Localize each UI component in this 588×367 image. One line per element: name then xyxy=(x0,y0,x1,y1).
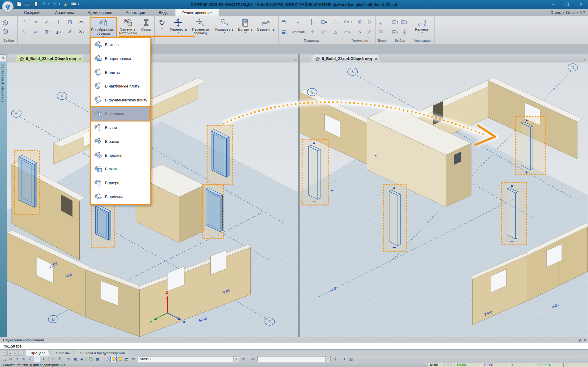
clip-volume-icon[interactable]: ⬙ xyxy=(79,356,85,362)
app-logo[interactable] xyxy=(2,1,14,13)
materials-book-icon[interactable]: ❏ xyxy=(88,356,94,362)
window-menu[interactable]: Окно xyxy=(566,11,575,15)
boolean-intersect2-icon[interactable]: ◐ xyxy=(346,28,354,36)
boolean-union-icon[interactable]: ⬯ xyxy=(365,18,373,26)
select-below-icon[interactable]: ▤↓ xyxy=(392,28,400,36)
rect-overlay-icon[interactable]: ◳ xyxy=(66,18,74,26)
trim-line-icon[interactable]: ⤡ xyxy=(20,28,28,36)
properties-side-strip[interactable]: ✎ Свойства 4 объектов xyxy=(0,54,7,337)
tab-editing[interactable]: Редактирование xyxy=(175,9,219,17)
style-menu[interactable]: Стиль xyxy=(550,11,561,15)
floor-select[interactable]: этаж 0 ▼ xyxy=(138,356,239,362)
tab-errors[interactable]: Ошибки и предупреждения xyxy=(75,350,129,356)
edit-pencil-icon[interactable]: ✎ xyxy=(0,54,7,62)
scissors-icon[interactable]: ✂ xyxy=(78,18,86,26)
refresh-small-icon[interactable]: ⟲ xyxy=(66,356,72,362)
viewport-right-canvas[interactable]: 6 5 D 2002 3200 3600 xyxy=(300,62,588,337)
boolean-intersect-icon[interactable]: ⬭ xyxy=(346,18,354,26)
select-span-icon[interactable]: ▤↕ xyxy=(401,18,409,26)
renumber-icon[interactable]: ⊡A xyxy=(320,18,328,26)
chevron-down-icon[interactable]: ▾ xyxy=(294,58,296,61)
pin-mode-icon[interactable]: ⚲ xyxy=(332,356,338,362)
minimize-button[interactable]: ─ xyxy=(546,0,560,9)
corner-trim-button[interactable]: Угловая▾ xyxy=(294,28,302,36)
menu-item-to-partitions[interactable]: В перегородки xyxy=(91,52,150,66)
chevron-down-icon[interactable]: ▾ xyxy=(577,11,578,14)
menu-item-to-windows[interactable]: В окна xyxy=(91,162,150,176)
curve-cut-icon[interactable]: ⤫ xyxy=(365,28,373,36)
slope-line-icon[interactable]: ⟋▾ xyxy=(331,18,339,26)
close-icon[interactable]: × xyxy=(79,57,82,61)
cross-post-icon[interactable]: ✛ xyxy=(308,28,316,36)
tab-annotations[interactable]: Аннотации xyxy=(119,9,152,16)
viewport-left-canvas[interactable]: 6 5 B 2 2002 2002 3600 5600 xyxy=(7,62,298,337)
axis-cut-icon[interactable]: ⤬▾ xyxy=(320,28,328,36)
select-mode-icon[interactable]: ⬚ xyxy=(1,356,7,362)
menu-item-to-inclined-slabs[interactable]: В наклонные плиты xyxy=(91,79,150,93)
bulb-off-icon[interactable] xyxy=(104,356,110,362)
pin-icon[interactable]: ⚲ xyxy=(578,338,581,342)
menu-item-to-piles[interactable]: В сваи xyxy=(91,121,150,135)
filter-select[interactable]: ▼ xyxy=(257,356,331,362)
maximize-button[interactable]: ❐ xyxy=(560,0,574,9)
transform-objects-button[interactable]: Преобразовать объекты ▾ xyxy=(90,17,117,39)
lock-icon[interactable]: ⚿ xyxy=(57,356,62,362)
grid-table-icon[interactable]: ▦ xyxy=(94,356,100,362)
eyedropper-icon[interactable]: ✐ xyxy=(66,28,74,36)
wall-intersect-icon[interactable]: ⌗ xyxy=(32,18,40,26)
box-stack-icon[interactable]: ⧉ xyxy=(130,356,136,362)
snap-angle-icon[interactable]: ∠ xyxy=(27,356,33,362)
viewport-tab-build22[interactable]: 6_Build_22.spf:Общий вид × xyxy=(14,55,85,62)
menu-item-to-openings[interactable]: В проемы xyxy=(91,190,150,204)
corner-join-icon[interactable]: ⌐ xyxy=(294,18,302,26)
boolean-subtract-icon[interactable]: ⧀ xyxy=(356,18,364,26)
snap-track-icon[interactable]: ⌖ xyxy=(41,356,47,362)
select-3d-box-icon[interactable] xyxy=(1,19,9,27)
snap-ortho-icon[interactable]: ⟂ xyxy=(34,356,40,362)
tab-creation[interactable]: Создание xyxy=(17,9,48,16)
wall-lower-icon[interactable]: ⬓↓ xyxy=(281,28,289,36)
menu-item-to-walls[interactable]: В стены xyxy=(91,38,150,52)
block-create-icon[interactable]: ⧈ xyxy=(377,19,385,27)
num-lock-indicator[interactable]: NUM xyxy=(428,363,441,367)
chevron-down-icon[interactable]: ▾ xyxy=(563,11,564,14)
tab-views[interactable]: Виды xyxy=(152,9,175,16)
ortho-indicator[interactable]: ОРТО xyxy=(441,363,455,367)
chevron-down-icon[interactable]: ▼ xyxy=(233,356,239,362)
boolean-merge-icon[interactable]: ◑ xyxy=(356,28,364,36)
cursor-up-icon[interactable]: ➤ xyxy=(342,356,347,362)
close-icon[interactable]: ✕ xyxy=(583,338,586,342)
close-icon[interactable]: × xyxy=(375,57,378,61)
numbering-off-icon[interactable]: № xyxy=(250,356,256,362)
chevron-down-icon[interactable]: ▾ xyxy=(584,58,586,61)
rotate-button[interactable]: ↻ ▾ xyxy=(156,17,168,38)
move-button[interactable]: XY Перенести ▾ xyxy=(169,17,188,38)
dimensions-button[interactable]: Размеры ▾ xyxy=(411,17,433,38)
layers-icon[interactable]: ≋ xyxy=(241,356,246,362)
menu-item-to-columns[interactable]: В колонны xyxy=(91,107,150,121)
block-explode-icon[interactable]: ⧉ xyxy=(377,28,385,35)
menu-item-to-beams[interactable]: В балки xyxy=(91,135,150,149)
chevron-down-icon[interactable]: ▼ xyxy=(325,356,330,362)
profile-sweep-icon[interactable]: ⌇ xyxy=(55,18,63,26)
tab-analytics[interactable]: Аналитика xyxy=(48,9,81,16)
select-add-icon[interactable]: ⊕ xyxy=(8,356,14,362)
table-props-icon[interactable]: ▥ xyxy=(348,356,354,362)
wall-cross-icon[interactable]: ╂▾ xyxy=(308,18,316,26)
fillet-arc-icon[interactable]: ◠ xyxy=(20,18,28,26)
select-above-icon[interactable]: ▤↑ xyxy=(392,18,400,26)
viewport-tab-build21[interactable]: 6_Build_21.spf:Общий вид × xyxy=(310,55,381,62)
slanted-element-icon[interactable]: ⇗▾ xyxy=(43,18,51,26)
wall-raise-icon[interactable]: ⬒↑ xyxy=(281,18,289,26)
roof-icon[interactable]: ⌂ xyxy=(331,28,339,36)
align-button[interactable]: Выровнять xyxy=(255,17,277,38)
tab-reinforcement[interactable]: Армирование xyxy=(81,9,119,16)
move-vertex-button[interactable]: Перенести вершину xyxy=(189,17,212,38)
next-page-icon[interactable]: ▶ xyxy=(13,351,18,356)
select-cross-icon[interactable]: ╪ xyxy=(401,28,409,36)
box-visibility-icon[interactable]: ⬒ xyxy=(124,356,130,362)
mirror-icon[interactable]: ◭▾ xyxy=(55,28,63,36)
close-button[interactable]: ✕ xyxy=(574,0,588,9)
tab-volumes[interactable]: Объёмы xyxy=(51,350,74,356)
menu-item-to-prisms[interactable]: В призмы xyxy=(91,148,150,162)
